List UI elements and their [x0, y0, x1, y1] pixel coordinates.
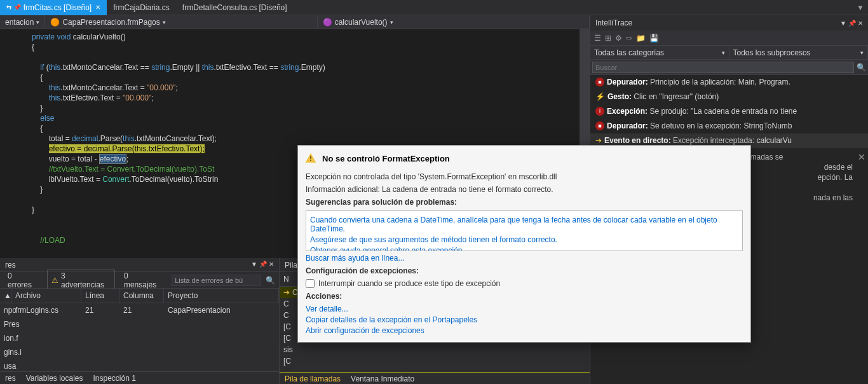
suggestion-link[interactable]: Asegúrese de que sus argumentos de métod…	[310, 235, 738, 244]
proj-cell: CapaPresentacion	[164, 305, 279, 316]
messages-filter-button[interactable]: 0 mensajes	[120, 270, 166, 291]
trace-event[interactable]: !Excepción: Se produjo: "La cadena de en…	[590, 104, 868, 119]
trunc-cell: gins.i	[0, 346, 25, 358]
tab-frmcajadiaria[interactable]: frmCajaDiaria.cs	[107, 0, 176, 15]
line-cell: 21	[81, 305, 119, 316]
pin-icon: ⇆ 📌	[6, 4, 21, 11]
sort-indicator[interactable]: ▲	[0, 289, 11, 303]
filter-label: 0 errores	[8, 271, 38, 289]
error-row[interactable]: usa	[0, 359, 279, 371]
close-icon[interactable]: ✕	[269, 261, 274, 269]
exception-helper-popup: ! No se controló FormatException Excepci…	[297, 145, 751, 343]
folder-icon[interactable]: 📁	[636, 34, 646, 43]
close-icon[interactable]: ✕	[858, 152, 865, 162]
breadcrumb-bar: entacion▾ 🟠CapaPresentacion.frmPagos▾ 🟣c…	[0, 15, 590, 29]
category-filter[interactable]: Todas las categorías▾	[590, 46, 729, 59]
tab-frmcitas[interactable]: ⇆ 📌 frmCitas.cs [Diseño] ✕	[0, 0, 107, 15]
tab-overflow-dropdown[interactable]: ▼	[853, 3, 868, 12]
intellitrace-search[interactable]	[592, 62, 854, 73]
class-icon: 🟠	[50, 18, 60, 27]
error-row[interactable]: Pres	[0, 317, 279, 331]
view-detail-link[interactable]: Ver detalle...	[306, 305, 743, 313]
tab-label: frmCajaDiaria.cs	[113, 3, 170, 12]
tree-icon[interactable]: ⊞	[605, 34, 611, 43]
trace-event[interactable]: ■Depurador: Se detuvo en la excepción: S…	[590, 119, 868, 134]
save-icon[interactable]: 💾	[649, 34, 659, 43]
error-list-panel: res ▼📌✕ 0 errores ⚠3 advertencias 0 mens…	[0, 258, 280, 384]
trunc-cell: npo	[0, 305, 11, 316]
stack-frame[interactable]: [C	[280, 355, 590, 367]
error-row[interactable]: npo frmLogins.cs 21 21 CapaPresentacion	[0, 303, 279, 317]
event-label: Evento en directo:	[604, 136, 671, 145]
dropdown-icon[interactable]: ▼	[840, 20, 846, 27]
error-row[interactable]: ion.f	[0, 331, 279, 345]
live-event-icon: ➔	[595, 136, 602, 146]
break-on-exception-checkbox[interactable]	[306, 279, 315, 288]
document-tabs: ⇆ 📌 frmCitas.cs [Diseño] ✕ frmCajaDiaria…	[0, 0, 868, 15]
actions-title: Acciones:	[306, 292, 743, 301]
trunc-cell: usa	[0, 360, 20, 371]
bottom-tab-res[interactable]: res	[0, 372, 21, 384]
open-settings-link[interactable]: Abrir configuración de excepciones	[306, 326, 743, 335]
frame-text: [C	[283, 357, 291, 366]
filter-label: 3 advertencias	[61, 271, 111, 289]
warnings-filter-button[interactable]: ⚠3 advertencias	[47, 270, 115, 291]
col-column[interactable]: Columna	[119, 289, 164, 303]
breadcrumb-class[interactable]: 🟠CapaPresentacion.frmPagos▾	[45, 15, 317, 29]
col-project[interactable]: Proyecto	[164, 289, 279, 303]
config-title: Configuración de excepciones:	[306, 266, 743, 275]
chevron-down-icon: ▾	[36, 19, 39, 25]
col-file[interactable]: Archivo	[11, 289, 81, 303]
frame-text: [C	[283, 322, 291, 331]
search-icon[interactable]: 🔍	[266, 276, 275, 285]
trace-event[interactable]: ⚡Gesto: Clic en "Ingresar" (botón)	[590, 90, 868, 104]
breadcrumb-method[interactable]: 🟣calcularVuelto()▾	[318, 15, 590, 29]
search-online-link[interactable]: Buscar más ayuda en línea...	[306, 254, 743, 263]
chevron-down-icon: ▾	[390, 19, 393, 25]
dropdown-icon[interactable]: ▼	[251, 261, 257, 269]
search-icon[interactable]: 🔍	[857, 63, 866, 72]
breadcrumb-project[interactable]: entacion▾	[0, 15, 45, 29]
pin-icon[interactable]: 📌	[848, 20, 856, 27]
list-icon[interactable]: ☰	[594, 34, 601, 43]
trace-event[interactable]: ■Depurador: Principio de la aplicación: …	[590, 75, 868, 90]
stack-frame[interactable]: sis	[280, 344, 590, 355]
trunc-cell: ion.f	[0, 333, 22, 344]
file-cell: frmLogins.cs	[11, 305, 81, 316]
close-icon[interactable]: ✕	[858, 20, 863, 27]
event-text: Clic en "Ingresar" (botón)	[634, 92, 719, 101]
chevron-down-icon: ▾	[860, 50, 864, 56]
panel-title: res	[5, 261, 16, 269]
col-line[interactable]: Línea	[81, 289, 119, 303]
warning-icon: !	[304, 152, 317, 165]
chevron-down-icon: ▾	[163, 19, 166, 25]
tab-label: frmCitas.cs [Diseño]	[24, 3, 92, 12]
tab-frmdetalleconsulta[interactable]: frmDetalleConsulta.cs [Diseño]	[176, 0, 294, 15]
breadcrumb-label: entacion	[5, 18, 34, 27]
frame-text: [C	[283, 334, 291, 343]
bottom-tab-locales[interactable]: Variables locales	[21, 372, 88, 384]
exception-title: No se controló FormatException	[322, 154, 450, 163]
tab-label: frmDetalleConsulta.cs [Diseño]	[182, 3, 287, 12]
filter-label: 0 mensajes	[124, 271, 163, 289]
exception-message: Excepción no controlada del tipo 'System…	[306, 172, 743, 181]
close-icon[interactable]: ✕	[95, 4, 100, 11]
errors-filter-button[interactable]: 0 errores	[4, 270, 42, 291]
forward-icon[interactable]: ⇨	[626, 34, 632, 43]
copy-details-link[interactable]: Copiar detalles de la excepción en el Po…	[306, 315, 743, 324]
bottom-tab-inspeccion[interactable]: Inspección 1	[88, 372, 141, 384]
thread-filter[interactable]: Todos los subprocesos▾	[729, 46, 869, 59]
suggestion-link[interactable]: Obtener ayuda general sobre esta excepci…	[310, 246, 738, 251]
bottom-tab-pila[interactable]: Pila de llamadas	[280, 373, 346, 384]
exception-additional: Información adicional: La cadena de entr…	[306, 185, 743, 194]
suggestion-link[interactable]: Cuando convierta una cadena a DateTime, …	[310, 216, 738, 233]
method-icon: 🟣	[323, 18, 332, 27]
error-row[interactable]: gins.i	[0, 345, 279, 359]
event-label: Gesto:	[607, 92, 632, 101]
errorlist-search[interactable]: Lista de errores de bú	[172, 275, 261, 286]
pin-icon[interactable]: 📌	[259, 261, 267, 269]
bottom-tab-inmediato[interactable]: Ventana Inmediato	[346, 373, 419, 384]
event-text: Principio de la aplicación: Main, Progra…	[650, 78, 790, 86]
gear-icon[interactable]: ⚙	[615, 34, 622, 43]
chevron-down-icon: ▾	[722, 50, 725, 56]
